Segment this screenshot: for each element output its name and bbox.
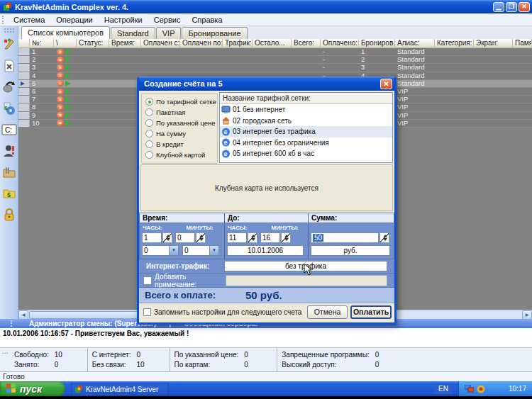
until-hours-spinner[interactable] xyxy=(248,232,257,243)
tab-vip[interactable]: VIP xyxy=(156,27,182,39)
menu-operations[interactable]: Операции xyxy=(50,14,98,26)
time-minutes-spinner[interactable] xyxy=(196,232,206,243)
status-on-icon xyxy=(65,49,71,55)
drive-c-button[interactable]: C: xyxy=(1,120,18,139)
until-minutes-input[interactable]: 16 xyxy=(260,232,280,243)
mode-credit[interactable]: В кредит xyxy=(145,139,217,150)
header-paid-from[interactable]: Оплачен с: xyxy=(141,39,180,48)
mode-tariff-grid[interactable]: По тарифной сетке xyxy=(145,96,217,107)
time-minutes-combo[interactable]: 0▼ xyxy=(182,245,219,256)
close-button[interactable]: ✕ xyxy=(519,2,530,12)
stat-label: Высокий доступ: xyxy=(282,361,369,369)
note-row: Добавить примечание: xyxy=(139,274,394,288)
lock-button[interactable] xyxy=(1,206,18,224)
sum-spinner[interactable] xyxy=(379,232,389,243)
until-minutes-spinner[interactable] xyxy=(281,232,291,243)
header-category[interactable]: Категория: xyxy=(435,39,474,48)
status-on-icon xyxy=(65,64,71,70)
until-hours-input[interactable]: 11 xyxy=(227,232,247,243)
title-bar[interactable]: KravNetAdmin Complex ver. 4. ▁ ❐ ✕ xyxy=(0,0,532,13)
network-status-icon[interactable] xyxy=(465,385,474,393)
lock-icon xyxy=(3,208,16,222)
remember-checkbox[interactable] xyxy=(143,308,151,316)
admin-bar-grip xyxy=(11,320,14,327)
header-icon[interactable]: \ xyxy=(54,39,77,48)
tariff-item[interactable]: 02 городская сеть xyxy=(220,116,392,127)
start-button[interactable]: пуск xyxy=(0,381,65,396)
chevron-down-icon[interactable]: ▼ xyxy=(209,246,218,255)
refresh-client-button[interactable] xyxy=(1,78,18,96)
note-checkbox[interactable] xyxy=(143,276,152,285)
status-off-icon: × xyxy=(57,120,64,126)
header-screen[interactable]: Экран: xyxy=(474,39,513,48)
cancel-button[interactable]: Отмена xyxy=(307,305,348,319)
status-on-icon xyxy=(65,104,71,110)
mode-club-card[interactable]: Клубной картой xyxy=(145,150,217,160)
chevron-down-icon[interactable]: ▼ xyxy=(169,246,178,255)
status-on-icon xyxy=(65,81,71,86)
time-hours-spinner[interactable] xyxy=(162,232,172,243)
tab-standard[interactable]: Standard xyxy=(111,27,155,39)
attachments-button[interactable] xyxy=(1,163,18,181)
edit-button[interactable] xyxy=(1,35,18,54)
status-on-icon xyxy=(65,89,71,94)
tariff-item[interactable]: e 04 интернет без ограничения xyxy=(220,137,392,149)
operator-button[interactable] xyxy=(1,142,18,160)
money-folder-button[interactable]: $ xyxy=(1,184,18,203)
header-alias[interactable]: Алиас: xyxy=(395,39,435,48)
header-status[interactable]: Статус: xyxy=(77,39,109,48)
menu-settings[interactable]: Настройки xyxy=(99,14,148,26)
time-minutes-input[interactable]: 0 xyxy=(175,232,195,243)
stat-value: 0 xyxy=(375,361,399,369)
mode-fixed-price[interactable]: По указанной цене xyxy=(145,118,217,128)
scroll-left-icon[interactable]: ◀ xyxy=(18,310,28,320)
pay-button[interactable]: Оплатить xyxy=(350,305,392,319)
scroll-right-icon[interactable]: ▶ xyxy=(522,310,532,320)
header-remaining[interactable]: Остало... xyxy=(253,39,292,48)
header-total[interactable]: Всего: xyxy=(292,39,321,48)
status-off-icon: × xyxy=(57,64,64,71)
time-hours-combo[interactable]: 0▼ xyxy=(142,245,179,256)
stat-label: Запрещенные программы: xyxy=(282,351,369,359)
mode-package[interactable]: Пакетная xyxy=(145,107,217,118)
header-paid[interactable]: Оплачено: xyxy=(321,39,359,48)
radio-icon xyxy=(145,108,153,116)
mode-amount[interactable]: На сумму xyxy=(145,128,217,139)
tariff-item-selected[interactable]: e 03 интернет без трафика xyxy=(220,126,392,137)
menu-system[interactable]: Система xyxy=(8,14,50,26)
dialog-close-icon[interactable]: ✕ xyxy=(380,79,392,89)
tariff-item[interactable]: e 05 интернет 600 кб в час xyxy=(220,148,392,159)
header-time[interactable]: Время: xyxy=(109,39,141,48)
language-indicator[interactable]: EN xyxy=(434,383,453,394)
header-num[interactable]: №: xyxy=(30,39,54,48)
taskbar-item-kravnetadmin[interactable]: KravNetAdmin4 Server xyxy=(71,383,169,395)
time-hours-input[interactable]: 1 xyxy=(142,232,162,243)
header-memory[interactable]: Памя xyxy=(513,39,532,48)
table-row[interactable]: 1×-1Standard xyxy=(18,48,532,56)
status-on-icon xyxy=(65,113,71,118)
minimize-button[interactable]: ▁ xyxy=(493,2,504,12)
menu-help[interactable]: Справка xyxy=(186,14,228,26)
tab-computer-list[interactable]: Список компьютеров xyxy=(21,26,110,39)
until-date-field[interactable]: 10.01.2006 xyxy=(227,245,304,256)
taskbar-clock[interactable]: 10:17 xyxy=(509,385,532,393)
sum-input[interactable]: 50 xyxy=(311,232,379,243)
money-disc-button[interactable]: $ xyxy=(1,99,18,118)
dialog-footer: Запомнить настройки для следующего счета… xyxy=(139,303,394,320)
tab-booking[interactable]: Бронирование xyxy=(182,27,247,39)
payment-mode-group: По тарифной сетке Пакетная По указанной … xyxy=(141,93,218,164)
radio-on-icon xyxy=(145,98,153,106)
tariff-item[interactable]: 01 без интернет xyxy=(220,104,392,116)
header-traffic[interactable]: Трафик: xyxy=(223,39,253,48)
delete-document-button[interactable] xyxy=(1,57,18,75)
menu-service[interactable]: Сервис xyxy=(148,14,187,26)
header-booking[interactable]: Брониров... xyxy=(359,39,395,48)
hours-label: ЧАСЫ: xyxy=(143,225,162,232)
header-paid-to[interactable]: Оплачен по: xyxy=(180,39,223,48)
dialog-title-bar[interactable]: Создание счёта на 5 ✕ xyxy=(139,77,394,91)
note-input[interactable] xyxy=(226,275,387,286)
table-row[interactable]: 3×-3Standard xyxy=(18,64,532,72)
restore-button[interactable]: ❐ xyxy=(506,2,517,12)
volume-icon[interactable] xyxy=(477,385,485,393)
table-row[interactable]: 2×-2Standard xyxy=(18,56,532,64)
